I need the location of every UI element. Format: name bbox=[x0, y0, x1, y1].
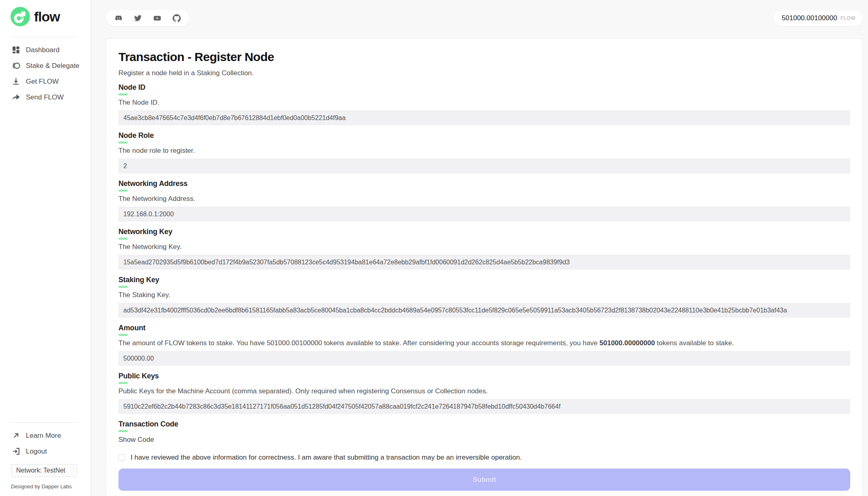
field-amount: Amount The amount of FLOW tokens to stak… bbox=[118, 324, 850, 366]
network-badge: Network: TestNet bbox=[11, 464, 77, 477]
field-description: The Node ID. bbox=[118, 99, 850, 107]
field-transaction-code: Transaction Code Show Code bbox=[118, 420, 850, 444]
page-title: Transaction - Register Node bbox=[118, 50, 850, 64]
field-label: Node ID bbox=[118, 83, 850, 92]
label-underline bbox=[118, 238, 128, 240]
youtube-icon[interactable] bbox=[153, 14, 161, 22]
social-links-pill bbox=[106, 10, 189, 26]
submit-button[interactable]: Submit bbox=[118, 469, 850, 491]
field-public-keys: Public Keys Public Keys for the Machine … bbox=[118, 372, 850, 414]
twitter-icon[interactable] bbox=[134, 14, 142, 22]
sidebar-item-label: Logout bbox=[26, 447, 47, 456]
field-description: Public Keys for the Machine Account (com… bbox=[118, 387, 850, 395]
field-networking-key: Networking Key The Networking Key. bbox=[118, 228, 850, 270]
stake-icon bbox=[12, 61, 20, 70]
field-label: Transaction Code bbox=[118, 420, 850, 428]
flow-logo[interactable]: flow bbox=[0, 7, 91, 26]
sidebar-nav: Dashboard Stake & Delegate Get FLOW Send… bbox=[0, 42, 91, 105]
field-networking-address: Networking Address The Networking Addres… bbox=[118, 179, 850, 222]
external-link-icon bbox=[12, 431, 20, 440]
logout-icon bbox=[12, 447, 20, 456]
field-description: The node role to register. bbox=[118, 147, 850, 155]
transaction-card: Transaction - Register Node Register a n… bbox=[106, 38, 863, 496]
sidebar-item-label: Get FLOW bbox=[26, 78, 59, 86]
balance-amount: 501000.00100000 bbox=[782, 14, 837, 22]
sidebar-item-label: Dashboard bbox=[26, 46, 59, 54]
amount-desc-after: tokens available to stake. bbox=[655, 339, 734, 347]
networking-key-input[interactable] bbox=[118, 255, 850, 270]
top-bar: 501000.00100000 FLOW bbox=[106, 10, 863, 26]
sidebar-footer: Learn More Logout Network: TestNet Desig… bbox=[0, 422, 91, 490]
label-underline bbox=[118, 141, 128, 144]
sidebar-item-learn-more[interactable]: Learn More bbox=[0, 428, 91, 443]
discord-icon[interactable] bbox=[114, 14, 122, 22]
sidebar-item-logout[interactable]: Logout bbox=[0, 443, 91, 459]
sidebar-item-label: Stake & Delegate bbox=[26, 62, 79, 70]
credit-text: Designed by Dapper Labs bbox=[11, 483, 91, 490]
brand-wordmark: flow bbox=[34, 9, 60, 25]
show-code-link[interactable]: Show Code bbox=[118, 436, 154, 444]
field-staking-key: Staking Key The Staking Key. bbox=[118, 276, 850, 318]
field-description: The amount of FLOW tokens to stake. You … bbox=[118, 339, 850, 347]
sidebar-item-label: Learn More bbox=[26, 432, 61, 440]
sidebar-item-label: Send FLOW bbox=[26, 93, 64, 101]
sidebar-item-send-flow[interactable]: Send FLOW bbox=[0, 89, 91, 105]
label-underline bbox=[118, 430, 128, 432]
field-label: Staking Key bbox=[118, 276, 850, 284]
sidebar-divider-bottom bbox=[11, 422, 77, 423]
confirmation-text: I have reviewed the above information fo… bbox=[131, 454, 522, 462]
amount-input[interactable] bbox=[118, 351, 850, 366]
field-label: Networking Key bbox=[118, 228, 850, 236]
sidebar: flow Dashboard Stake & Delegate Get FLOW bbox=[0, 0, 91, 496]
label-underline bbox=[118, 334, 128, 336]
download-icon bbox=[12, 77, 20, 86]
main-area: 501000.00100000 FLOW Transaction - Regis… bbox=[91, 0, 868, 496]
field-node-id: Node ID The Node ID. bbox=[118, 83, 850, 125]
public-keys-input[interactable] bbox=[118, 399, 850, 414]
field-description: The Staking Key. bbox=[118, 291, 850, 299]
field-description: The Networking Key. bbox=[118, 243, 850, 251]
confirmation-checkbox[interactable] bbox=[118, 454, 125, 461]
send-icon bbox=[12, 93, 20, 101]
field-node-role: Node Role The node role to register. bbox=[118, 131, 850, 173]
label-underline bbox=[118, 286, 128, 288]
label-underline bbox=[118, 93, 128, 95]
sidebar-item-get-flow[interactable]: Get FLOW bbox=[0, 74, 91, 89]
amount-available-bold: 501000.00000000 bbox=[600, 339, 655, 347]
networking-address-input[interactable] bbox=[118, 207, 850, 222]
confirmation-row: I have reviewed the above information fo… bbox=[118, 454, 850, 462]
page-subtitle: Register a node held in a Staking Collec… bbox=[118, 69, 850, 77]
label-underline bbox=[118, 190, 128, 192]
flow-logo-icon bbox=[11, 7, 30, 26]
field-label: Node Role bbox=[118, 131, 850, 140]
dashboard-icon bbox=[12, 46, 20, 54]
github-icon[interactable] bbox=[173, 14, 181, 22]
balance-currency: FLOW bbox=[841, 15, 855, 21]
node-role-input[interactable] bbox=[118, 158, 850, 173]
sidebar-item-stake-delegate[interactable]: Stake & Delegate bbox=[0, 58, 91, 74]
field-description: The Networking Address. bbox=[118, 195, 850, 203]
account-balance-pill: 501000.00100000 FLOW bbox=[774, 11, 863, 26]
field-label: Public Keys bbox=[118, 372, 850, 380]
field-label: Networking Address bbox=[118, 179, 850, 188]
amount-desc-before: The amount of FLOW tokens to stake. You … bbox=[118, 339, 600, 347]
field-label: Amount bbox=[118, 324, 850, 332]
node-id-input[interactable] bbox=[118, 110, 850, 125]
label-underline bbox=[118, 382, 128, 384]
sidebar-divider-top bbox=[11, 37, 77, 37]
staking-key-input[interactable] bbox=[118, 303, 850, 318]
sidebar-item-dashboard[interactable]: Dashboard bbox=[0, 42, 91, 58]
